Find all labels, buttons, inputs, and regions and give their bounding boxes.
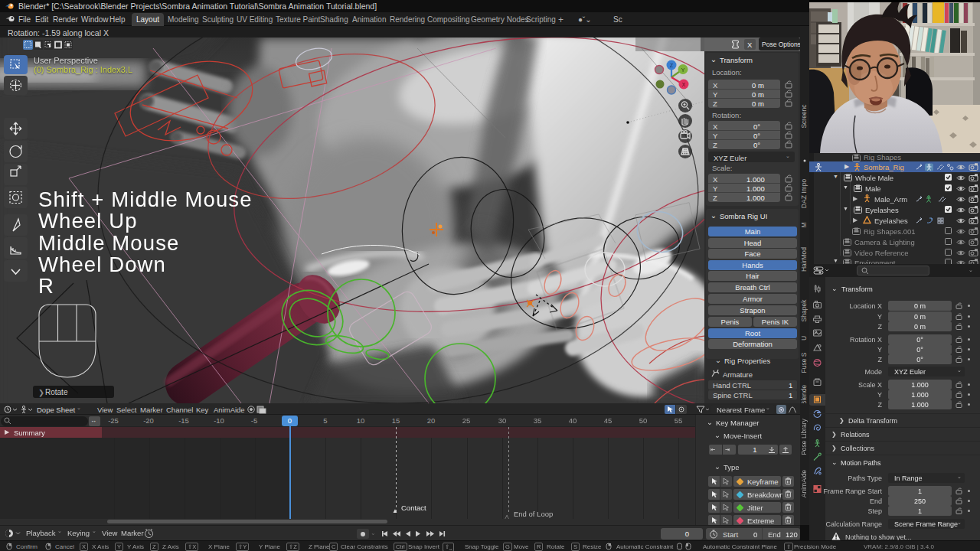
svg-text:Blende: Blende [800, 384, 808, 403]
svg-text:U: U [800, 336, 808, 341]
svg-text:Fuse S: Fuse S [800, 352, 808, 373]
svg-text:Shapek: Shapek [800, 299, 808, 322]
svg-text:Y: Y [681, 67, 685, 73]
svg-text:AnimAide: AnimAide [800, 470, 808, 498]
svg-text:Screenc: Screenc [800, 104, 808, 129]
svg-text:DAZ Impo: DAZ Impo [800, 179, 808, 209]
svg-text:X: X [682, 82, 686, 87]
svg-text:Pose Library: Pose Library [800, 418, 808, 455]
svg-text:M: M [800, 222, 808, 227]
svg-text:HairMod: HairMod [800, 247, 808, 272]
svg-text:Z: Z [670, 63, 674, 68]
